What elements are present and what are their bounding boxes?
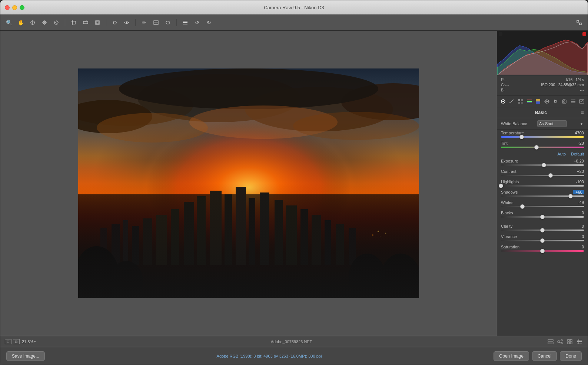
blacks-track[interactable] xyxy=(501,216,584,218)
vibrance-value[interactable]: 0 xyxy=(573,234,584,239)
exposure-value[interactable]: +0.20 xyxy=(573,159,584,163)
cancel-button[interactable]: Cancel xyxy=(532,351,557,361)
color-sample-tool[interactable] xyxy=(40,18,49,27)
close-button[interactable] xyxy=(5,5,10,10)
transform-tool[interactable] xyxy=(93,18,102,27)
adjustment-brush-tool[interactable]: ✏ xyxy=(139,18,149,27)
whites-value[interactable]: -49 xyxy=(573,200,584,205)
g-value: --- xyxy=(505,83,509,87)
tint-value[interactable]: -28 xyxy=(573,141,584,145)
open-image-button[interactable]: Open Image xyxy=(494,351,529,361)
split-view-icon[interactable]: ⊟ xyxy=(13,339,20,344)
maximize-button[interactable] xyxy=(20,5,24,10)
status-bar: □ ⊟ 21.5% ▾ Adobe_00759826.NEF xyxy=(0,336,588,347)
grid-icon[interactable] xyxy=(566,338,574,345)
fx-icon[interactable]: fx xyxy=(552,98,559,105)
shadows-thumb[interactable] xyxy=(568,194,573,198)
auto-button[interactable]: Auto xyxy=(558,152,566,156)
shadow-clipping-indicator[interactable] xyxy=(499,32,502,36)
zoom-tool[interactable]: 🔍 xyxy=(4,18,14,27)
status-toggle-icon[interactable] xyxy=(547,338,554,345)
panel-menu-icon[interactable]: ≡ xyxy=(581,110,584,115)
white-balance-select[interactable]: As Shot Auto Daylight Cloudy Shade Tungs… xyxy=(537,120,567,127)
vibrance-thumb[interactable] xyxy=(540,238,545,243)
presets-icon[interactable] xyxy=(569,98,577,105)
shadows-value[interactable]: +68 xyxy=(573,190,584,194)
canvas-area[interactable] xyxy=(0,31,497,336)
separator-4 xyxy=(176,19,177,26)
hand-tool[interactable]: ✋ xyxy=(16,18,26,27)
highlights-thumb[interactable] xyxy=(499,184,503,188)
exposure-thumb[interactable] xyxy=(542,163,546,167)
shadows-track[interactable] xyxy=(501,195,584,197)
clarity-value[interactable]: 0 xyxy=(573,224,584,228)
r-label: R: xyxy=(501,77,505,82)
temperature-value[interactable]: 4700 xyxy=(573,131,584,135)
single-view-icon[interactable]: □ xyxy=(5,339,11,344)
svg-rect-75 xyxy=(536,99,540,101)
contrast-track[interactable] xyxy=(501,175,584,176)
white-balance-tool[interactable] xyxy=(28,18,37,27)
basic-panel-icon[interactable] xyxy=(499,98,507,105)
svg-rect-19 xyxy=(183,21,187,21)
traffic-lights xyxy=(5,5,24,10)
whites-thumb[interactable] xyxy=(520,204,525,209)
crop-tool[interactable] xyxy=(69,18,79,27)
full-screen-toggle[interactable] xyxy=(574,18,584,27)
save-image-button[interactable]: Save Image... xyxy=(6,351,45,361)
contrast-thumb[interactable] xyxy=(548,173,553,178)
target-adjust-tool[interactable] xyxy=(52,18,61,27)
svg-rect-84 xyxy=(571,100,575,100)
saturation-track[interactable] xyxy=(501,250,584,252)
svg-line-93 xyxy=(560,341,561,342)
highlights-track[interactable] xyxy=(501,185,584,187)
minimize-button[interactable] xyxy=(12,5,17,10)
svg-rect-22 xyxy=(577,20,579,22)
temperature-track[interactable] xyxy=(501,136,584,138)
color-profile-link[interactable]: Adobe RGB (1998); 8 bit; 4903 by 3263 (1… xyxy=(217,354,322,358)
vibrance-track[interactable] xyxy=(501,240,584,241)
settings-icon[interactable] xyxy=(576,338,583,345)
tint-track[interactable] xyxy=(501,147,584,148)
bottom-center: Adobe RGB (1998); 8 bit; 4903 by 3263 (1… xyxy=(49,354,489,358)
blacks-value[interactable]: 0 xyxy=(573,211,584,215)
temperature-thumb[interactable] xyxy=(519,135,524,139)
red-eye-tool[interactable] xyxy=(122,18,132,27)
default-button[interactable]: Default xyxy=(571,152,584,156)
spot-removal-tool[interactable] xyxy=(110,18,120,27)
graduated-filter-tool[interactable] xyxy=(151,18,161,27)
highlights-value[interactable]: -100 xyxy=(573,180,584,184)
blacks-thumb[interactable] xyxy=(540,215,545,219)
radial-filter-tool[interactable] xyxy=(163,18,173,27)
clarity-track[interactable] xyxy=(501,230,584,231)
contrast-value[interactable]: +20 xyxy=(573,169,584,174)
workflow-icon[interactable] xyxy=(557,338,564,345)
svg-point-14 xyxy=(113,21,116,24)
clarity-thumb[interactable] xyxy=(540,228,545,232)
rotate-left-button[interactable]: ↺ xyxy=(192,18,202,27)
camera-calibration-icon[interactable] xyxy=(561,98,568,105)
zoom-value[interactable]: 21.5% xyxy=(22,339,33,344)
split-tone-icon[interactable] xyxy=(534,98,542,105)
whites-track[interactable] xyxy=(501,206,584,207)
g-label: G: xyxy=(501,83,505,87)
preferences-icon[interactable] xyxy=(180,18,190,27)
svg-rect-36 xyxy=(100,228,107,265)
straighten-tool[interactable] xyxy=(81,18,90,27)
snapshots-icon[interactable] xyxy=(578,98,585,105)
done-button[interactable]: Done xyxy=(560,351,582,361)
rotate-right-button[interactable]: ↻ xyxy=(204,18,214,27)
exposure-track[interactable] xyxy=(501,164,584,166)
camera-info: R: --- f/16 1/4 s G: --- ISO 200 24-85@3… xyxy=(497,75,588,96)
lens-correction-icon[interactable] xyxy=(543,98,551,105)
saturation-thumb[interactable] xyxy=(540,249,545,253)
saturation-value[interactable]: 0 xyxy=(573,245,584,249)
tone-curve-icon[interactable] xyxy=(508,98,516,105)
svg-rect-99 xyxy=(577,340,582,341)
svg-rect-85 xyxy=(571,101,575,102)
tint-thumb[interactable] xyxy=(534,145,539,150)
detail-icon[interactable] xyxy=(517,98,524,105)
svg-rect-37 xyxy=(112,224,120,265)
hsl-icon[interactable] xyxy=(526,98,533,105)
highlight-clipping-indicator[interactable] xyxy=(582,32,586,36)
